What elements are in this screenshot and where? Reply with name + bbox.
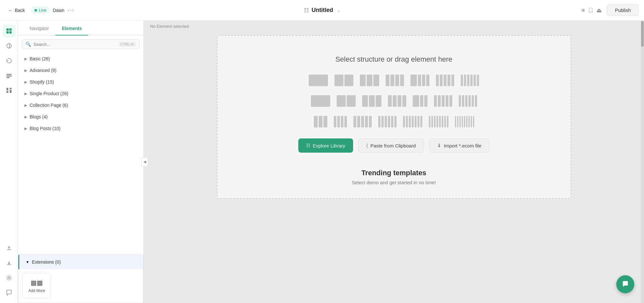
tab-navigator[interactable]: Navigator	[23, 21, 55, 35]
svg-rect-7	[6, 77, 10, 78]
chevron-right-icon: ▶	[24, 57, 27, 61]
chevron-right-icon: ▶	[24, 80, 27, 84]
layout-col-r3a[interactable]	[312, 115, 329, 129]
layout-1col[interactable]	[307, 73, 329, 87]
svg-rect-3	[9, 31, 12, 34]
publish-button[interactable]: Publish	[607, 5, 639, 16]
page-icon: ☷	[304, 7, 309, 14]
category-collection-page[interactable]: ▶ Collection Page (6)	[18, 99, 143, 111]
more-button[interactable]: ···	[68, 7, 74, 14]
layout-6col[interactable]	[459, 73, 480, 87]
sidebar-item-chat[interactable]	[3, 286, 15, 299]
category-single-product-label: Single Product (26)	[30, 91, 68, 96]
layout-4col[interactable]	[384, 73, 405, 87]
sidebar-item-download[interactable]	[3, 257, 15, 269]
live-badge: Live	[31, 6, 50, 14]
layout-grid-row2	[310, 94, 478, 108]
layout-col-r3d[interactable]	[377, 115, 398, 129]
layout-1-2col[interactable]	[409, 73, 431, 87]
category-blogs[interactable]: ▶ Blogs (4)	[18, 111, 143, 123]
svg-rect-6	[6, 76, 12, 76]
download-icon	[6, 260, 12, 266]
canvas-frame: Select structure or drag element here	[217, 35, 571, 199]
live-label: Live	[39, 8, 46, 13]
main-layout: Navigator Elements 🔍 CTRL+K ▶ Basic (26)…	[0, 21, 644, 303]
scrollbar-thumb[interactable]	[641, 21, 644, 47]
svg-rect-9	[10, 88, 12, 89]
icon-sidebar	[0, 21, 18, 303]
desktop-icon[interactable]: ⎈	[582, 7, 585, 14]
sidebar-item-elements[interactable]	[3, 25, 15, 37]
sidebar-item-history[interactable]	[3, 54, 15, 67]
svg-rect-2	[6, 31, 9, 34]
device-icons: ⎈ ⎕ ⏏	[582, 7, 602, 14]
layout-2col-r2[interactable]	[310, 94, 332, 108]
layout-4col-r2[interactable]	[361, 94, 383, 108]
layout-col-r3b[interactable]	[332, 115, 348, 129]
layout-5col-r2[interactable]	[411, 94, 429, 108]
svg-rect-11	[10, 90, 12, 93]
back-button[interactable]: ← Back	[5, 6, 28, 15]
search-input[interactable]	[34, 42, 116, 47]
svg-rect-10	[6, 91, 8, 93]
import-icon: ⇓	[437, 143, 441, 148]
layout-col-r3g[interactable]	[454, 115, 476, 129]
topbar-center: ☷ Untitled ⌄	[304, 7, 340, 14]
trending-subtitle: Select demo and get started in no time!	[352, 180, 436, 185]
sidebar-item-settings[interactable]	[3, 271, 15, 284]
layout-col-r3e[interactable]	[402, 115, 424, 129]
layout-2col[interactable]	[333, 73, 355, 87]
topbar: ← Back Live Dawn ··· ☷ Untitled ⌄ ⎈ ⎕ ⏏ …	[0, 0, 644, 21]
category-blog-posts-label: Blog Posts (10)	[30, 126, 61, 131]
apps-icon	[6, 87, 12, 94]
search-shortcut: CTRL+K	[119, 42, 136, 47]
svg-rect-1	[9, 28, 12, 31]
add-more-icon: ▩▩	[31, 279, 43, 287]
layout-3col[interactable]	[359, 73, 380, 87]
sidebar-item-upload[interactable]	[3, 242, 15, 255]
trending-section: Trending templates Select demo and get s…	[352, 169, 436, 185]
back-arrow-icon: ←	[8, 8, 13, 13]
category-shopify[interactable]: ▶ Shopify (15)	[18, 76, 143, 88]
sidebar-item-apps[interactable]	[3, 84, 15, 97]
chevron-down-icon[interactable]: ⌄	[337, 8, 340, 13]
search-bar: 🔍 CTRL+K	[22, 39, 139, 49]
svg-rect-0	[6, 28, 9, 31]
category-advanced-label: Advanced (9)	[30, 68, 56, 73]
chevron-right-icon: ▶	[24, 126, 27, 131]
canvas-topbar: No Element selected	[144, 21, 644, 32]
extensions-label: Extensions (0)	[32, 259, 61, 265]
layout-mixed-r2[interactable]	[387, 94, 408, 108]
add-more-card[interactable]: ▩▩ Add More	[22, 273, 51, 299]
category-advanced[interactable]: ▶ Advanced (9)	[18, 65, 143, 76]
svg-point-12	[8, 277, 10, 279]
category-blogs-label: Blogs (4)	[30, 114, 48, 119]
import-ecom-label: Import *.ecom file	[444, 143, 482, 148]
sidebar-item-style[interactable]	[3, 39, 15, 52]
sidebar-item-widgets[interactable]	[3, 69, 15, 82]
back-label: Back	[15, 8, 25, 13]
layout-col-r3c[interactable]	[352, 115, 373, 129]
chevron-right-icon: ▶	[24, 103, 27, 107]
search-icon: 🔍	[25, 42, 31, 47]
action-buttons: ☷ Explore Library 〈 Paste from Clipboard…	[298, 138, 490, 153]
layout-6col-r2[interactable]	[433, 94, 454, 108]
settings-icon	[6, 275, 12, 281]
explore-library-button[interactable]: ☷ Explore Library	[298, 138, 353, 153]
layout-7col-r2[interactable]	[457, 94, 478, 108]
mobile-icon[interactable]: ⏏	[596, 7, 602, 14]
paste-clipboard-button[interactable]: 〈 Paste from Clipboard	[358, 138, 424, 153]
layout-col-r3f[interactable]	[428, 115, 450, 129]
tablet-icon[interactable]: ⎕	[589, 7, 592, 14]
tab-elements[interactable]: Elements	[55, 21, 88, 35]
category-blog-posts[interactable]: ▶ Blog Posts (10)	[18, 123, 143, 134]
panel-toggle[interactable]: ◀	[141, 157, 148, 167]
topbar-right: ⎈ ⎕ ⏏ Publish	[582, 5, 639, 16]
category-single-product[interactable]: ▶ Single Product (26)	[18, 88, 143, 99]
import-ecom-button[interactable]: ⇓ Import *.ecom file	[429, 138, 490, 153]
layout-3col-r2[interactable]	[335, 94, 357, 108]
layout-5col[interactable]	[435, 73, 456, 87]
category-basic[interactable]: ▶ Basic (26)	[18, 53, 143, 65]
extensions-header[interactable]: ▼ Extensions (0)	[18, 255, 143, 269]
chat-button[interactable]	[616, 275, 634, 293]
